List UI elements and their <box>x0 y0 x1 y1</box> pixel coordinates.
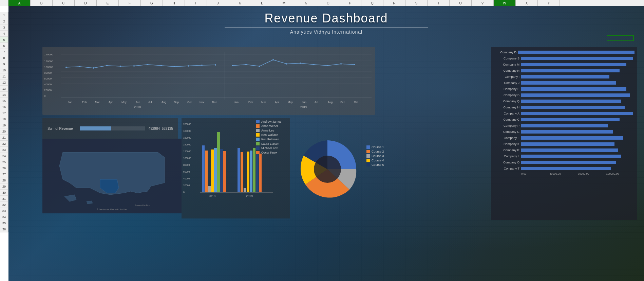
row-17[interactable]: 17 <box>0 110 8 116</box>
sub-title: Analytics Vidhya International <box>8 29 644 35</box>
row-31[interactable]: 31 <box>0 196 8 202</box>
col-S[interactable]: S <box>405 0 428 6</box>
row-18[interactable]: 18 <box>0 116 8 122</box>
col-B[interactable]: B <box>31 0 53 6</box>
col-X[interactable]: X <box>516 0 538 6</box>
svg-text:Powered by Bing: Powered by Bing <box>135 204 150 206</box>
svg-text:Aug: Aug <box>162 101 166 104</box>
col-G[interactable]: G <box>141 0 163 6</box>
row-36[interactable]: 36 <box>0 226 8 232</box>
row-29[interactable]: 29 <box>0 183 8 190</box>
col-M[interactable]: M <box>273 0 295 6</box>
svg-text:Aug: Aug <box>328 101 333 104</box>
col-Q[interactable]: Q <box>361 0 383 6</box>
svg-point-51 <box>201 65 203 66</box>
legend-label-laura: Laura Larsen <box>261 142 279 145</box>
row-8[interactable]: 8 <box>0 55 8 61</box>
col-A[interactable]: A <box>8 0 31 6</box>
company-row-j: Company J <box>494 80 634 86</box>
row-23[interactable]: 23 <box>0 147 8 153</box>
svg-point-44 <box>106 65 108 66</box>
col-W[interactable]: W <box>494 0 516 6</box>
row-3[interactable]: 3 <box>0 24 8 31</box>
col-Y[interactable]: Y <box>538 0 560 6</box>
revenue-label: Sum of Revenue <box>48 127 73 130</box>
row-16[interactable]: 16 <box>0 104 8 110</box>
dashboard: Revenue Dashboard Analytics Vidhya Inter… <box>8 6 644 281</box>
row-32[interactable]: 32 <box>0 202 8 208</box>
svg-rect-86 <box>238 148 240 192</box>
company-name-n: Company N <box>494 69 519 72</box>
row-10[interactable]: 10 <box>0 67 8 73</box>
row-19[interactable]: 19 <box>0 122 8 128</box>
col-R[interactable]: R <box>383 0 405 6</box>
row-34[interactable]: 34 <box>0 214 8 220</box>
col-H[interactable]: H <box>163 0 185 6</box>
row-25[interactable]: 25 <box>0 159 8 165</box>
company-name-o: Company O <box>494 161 519 164</box>
col-E[interactable]: E <box>97 0 119 6</box>
row-5[interactable]: 5 <box>0 37 8 43</box>
svg-point-55 <box>259 66 260 67</box>
col-C[interactable]: C <box>53 0 75 6</box>
col-F[interactable]: F <box>119 0 141 6</box>
col-P[interactable]: P <box>339 0 361 6</box>
company-bar-s <box>521 57 633 60</box>
row-headers: 1 2 3 4 5 6 7 8 9 10 11 12 13 14 15 16 1… <box>0 6 8 232</box>
col-J[interactable]: J <box>207 0 229 6</box>
col-U[interactable]: U <box>450 0 472 6</box>
col-V[interactable]: V <box>472 0 494 6</box>
row-26[interactable]: 26 <box>0 165 8 171</box>
row-12[interactable]: 12 <box>0 80 8 86</box>
row-27[interactable]: 27 <box>0 171 8 177</box>
bar-chart-legend: Andrew James Anna Weber Anne Lee Ben Wal… <box>256 120 297 155</box>
row-28[interactable]: 28 <box>0 177 8 183</box>
col-O[interactable]: O <box>317 0 339 6</box>
row-35[interactable]: 35 <box>0 220 8 226</box>
company-row-g: Company G <box>494 129 634 135</box>
col-N[interactable]: N <box>295 0 317 6</box>
row-22[interactable]: 22 <box>0 141 8 147</box>
row-21[interactable]: 21 <box>0 135 8 141</box>
selected-cell-indicator[interactable] <box>607 35 634 41</box>
svg-text:Jun: Jun <box>136 101 140 104</box>
svg-point-59 <box>313 64 315 65</box>
row-4[interactable]: 4 <box>0 31 8 37</box>
row-2[interactable]: 2 <box>0 18 8 24</box>
svg-point-43 <box>93 67 94 69</box>
row-1[interactable]: 1 <box>0 12 8 18</box>
col-K[interactable]: K <box>229 0 251 6</box>
row-9[interactable]: 9 <box>0 61 8 67</box>
row-11[interactable]: 11 <box>0 73 8 80</box>
col-D[interactable]: D <box>75 0 97 6</box>
svg-rect-80 <box>208 186 211 192</box>
col-I[interactable]: I <box>185 0 207 6</box>
svg-text:2018: 2018 <box>134 105 141 109</box>
row-6[interactable]: 6 <box>0 43 8 49</box>
svg-text:Mar: Mar <box>95 101 100 104</box>
company-row-a: Company A <box>494 111 634 116</box>
row-33[interactable]: 33 <box>0 208 8 214</box>
company-bar-l <box>521 155 621 158</box>
row-30[interactable]: 30 <box>0 190 8 196</box>
company-bar-c <box>521 118 620 121</box>
company-row-o: Company O <box>494 160 634 165</box>
donut-svg <box>293 135 361 203</box>
company-row-d: Company D <box>494 50 634 55</box>
legend-label-oscar: Oscar Knox <box>261 151 277 154</box>
col-T[interactable]: T <box>428 0 450 6</box>
row-13[interactable]: 13 <box>0 86 8 92</box>
svg-text:May: May <box>288 101 293 104</box>
legend-color-kim <box>256 138 260 141</box>
row-24[interactable]: 24 <box>0 153 8 159</box>
bar-chart-panel: 200000 180000 160000 140000 120000 10000… <box>182 118 290 218</box>
row-7[interactable]: 7 <box>0 49 8 55</box>
svg-text:Sep: Sep <box>174 101 179 104</box>
svg-text:60000: 60000 <box>44 77 52 80</box>
row-20[interactable]: 20 <box>0 128 8 135</box>
legend-color-course5 <box>366 163 370 166</box>
col-L[interactable]: L <box>251 0 273 6</box>
row-14[interactable]: 14 <box>0 92 8 98</box>
row-15[interactable]: 15 <box>0 98 8 104</box>
us-map-svg: © GeoNames, Microsoft, TomTom Powered by… <box>42 139 182 213</box>
